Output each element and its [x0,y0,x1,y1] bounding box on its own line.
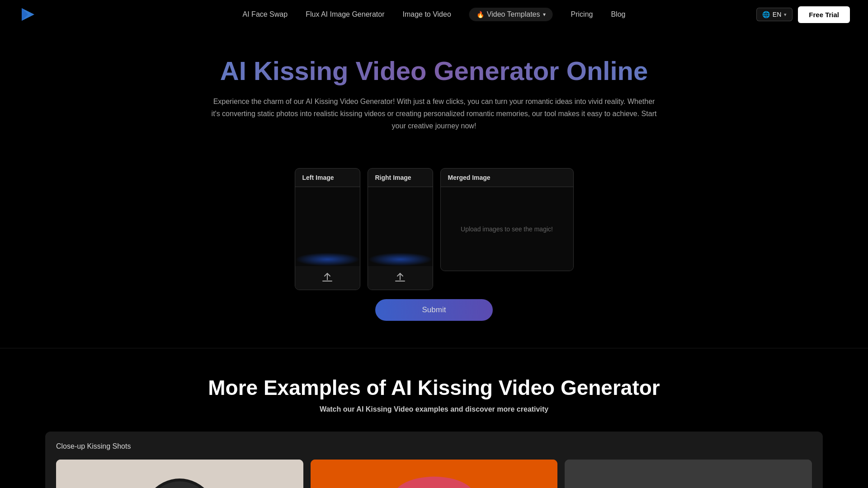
example-image-2 [311,460,558,488]
lang-label: EN [773,11,781,18]
right-image-glow [368,253,433,266]
globe-icon: 🌐 [762,11,770,18]
language-selector[interactable]: 🌐 EN ▾ [756,8,793,21]
left-upload-button[interactable] [321,272,334,284]
right-image-label: Right Image [368,169,433,187]
hero-title: AI Kissing Video Generator Online [9,56,859,86]
tool-area: Left Image Right Image [0,168,868,321]
navigation: AI Face Swap Flux AI Image Generator Ima… [0,0,868,29]
right-image-footer [368,266,433,290]
chevron-down-icon: ▾ [543,11,546,18]
hero-description: Experience the charm of our AI Kissing V… [208,95,660,132]
image-panels: Left Image Right Image [295,168,574,290]
nav-right: 🌐 EN ▾ Free Trial [756,6,850,23]
examples-grid-container: Close-up Kissing Shots [45,432,823,488]
upload-icon [394,272,406,284]
svg-rect-19 [565,460,812,488]
nav-flux-ai[interactable]: Flux AI Image Generator [306,10,384,19]
examples-title: More Examples of AI Kissing Video Genera… [45,375,823,400]
left-image-label: Left Image [295,169,360,187]
left-image-preview [295,187,360,266]
example-image-1 [56,460,303,488]
example-image-3 [565,460,812,488]
submit-button[interactable]: Submit [375,299,493,321]
nav-links: AI Face Swap Flux AI Image Generator Ima… [243,8,626,21]
right-upload-button[interactable] [394,272,406,284]
nav-ai-face-swap[interactable]: AI Face Swap [243,10,288,19]
nav-image-to-video[interactable]: Image to Video [402,10,451,19]
nav-blog[interactable]: Blog [611,10,625,19]
hero-section: AI Kissing Video Generator Online Experi… [0,29,868,150]
merged-image-preview: Upload images to see the magic! [441,187,573,271]
logo[interactable] [18,5,36,23]
nav-video-templates-label: Video Templates [487,10,540,19]
logo-icon [18,5,36,23]
nav-pricing[interactable]: Pricing [571,10,593,19]
example-card-2[interactable] [311,460,558,488]
right-image-preview [368,187,433,266]
merged-image-label: Merged Image [441,169,573,187]
nav-video-templates[interactable]: 🔥 Video Templates ▾ [469,8,553,21]
merged-image-panel: Merged Image Upload images to see the ma… [440,168,574,271]
examples-subtitle: Watch our AI Kissing Video examples and … [45,405,823,413]
examples-category: Close-up Kissing Shots [56,442,812,450]
svg-rect-2 [322,281,332,282]
upload-icon [321,272,334,284]
examples-section: More Examples of AI Kissing Video Genera… [0,348,868,488]
examples-grid [56,460,812,488]
flame-icon: 🔥 [476,11,484,18]
left-image-panel: Left Image [295,168,360,290]
free-trial-button[interactable]: Free Trial [798,6,850,23]
lang-chevron-icon: ▾ [784,12,787,18]
example-card-1[interactable] [56,460,303,488]
left-image-footer [295,266,360,290]
svg-rect-3 [395,281,405,282]
right-image-panel: Right Image [368,168,433,290]
example-card-3[interactable] [565,460,812,488]
left-image-glow [295,253,360,266]
merged-image-placeholder: Upload images to see the magic! [461,225,553,233]
